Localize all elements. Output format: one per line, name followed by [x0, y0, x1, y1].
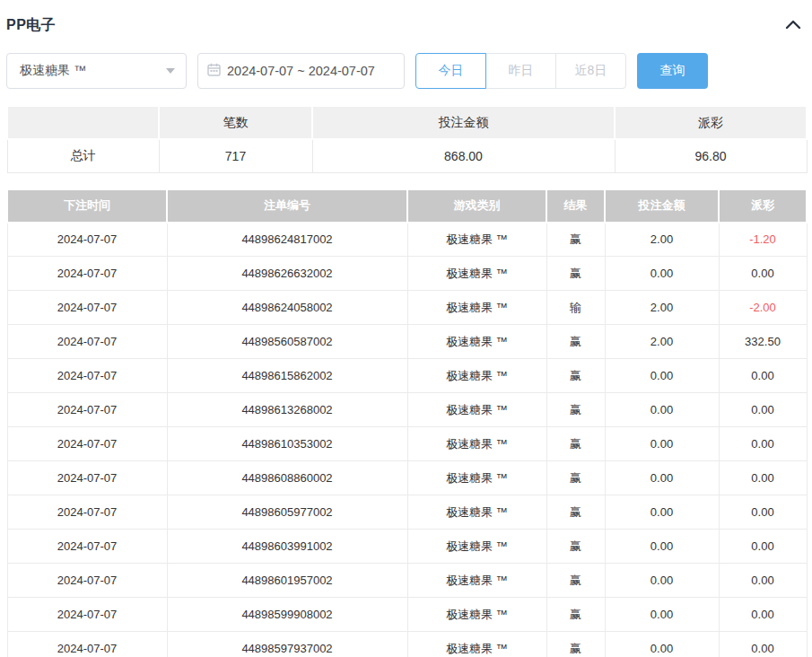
payout-cell: 0.00	[719, 393, 807, 427]
game-type-cell: 极速糖果 ™	[407, 530, 546, 564]
payout-cell: 0.00	[719, 257, 807, 291]
table-row: 2024-07-0744898601957002极速糖果 ™赢0.000.00	[7, 564, 807, 598]
bet-time-cell: 2024-07-07	[7, 427, 167, 461]
bet-amount-cell: 0.00	[605, 598, 719, 632]
bet-time-cell: 2024-07-07	[7, 359, 167, 393]
table-row: 2024-07-0744898603991002极速糖果 ™赢0.000.00	[7, 530, 807, 564]
calendar-icon	[207, 63, 221, 80]
table-row: 2024-07-0744898615862002极速糖果 ™赢0.000.00	[7, 359, 807, 393]
records-table: 下注时间 注单编号 游戏类别 结果 投注金额 派彩 2024-07-074489…	[6, 188, 808, 657]
records-header-bet-time: 下注时间	[7, 189, 167, 223]
bet-time-cell: 2024-07-07	[7, 223, 167, 257]
quick-range-yesterday[interactable]: 昨日	[485, 53, 556, 89]
search-button[interactable]: 查询	[637, 53, 708, 89]
records-header-bet-amount: 投注金额	[605, 189, 719, 223]
payout-cell: 0.00	[719, 359, 807, 393]
game-type-cell: 极速糖果 ™	[407, 223, 546, 257]
result-cell: 赢	[546, 393, 605, 427]
chevron-up-icon	[784, 18, 802, 33]
quick-range-today[interactable]: 今日	[415, 53, 486, 89]
summary-header-blank	[7, 106, 159, 139]
payout-cell: 0.00	[719, 530, 807, 564]
table-row: 2024-07-0744898560587002极速糖果 ™赢2.00332.5…	[7, 325, 807, 359]
order-no-cell: 44898599908002	[167, 598, 407, 632]
bet-time-cell: 2024-07-07	[7, 530, 167, 564]
bet-time-cell: 2024-07-07	[7, 495, 167, 530]
payout-cell: 0.00	[719, 598, 807, 632]
order-no-cell: 44898624817002	[167, 223, 407, 257]
date-range-value: 2024-07-07 ~ 2024-07-07	[227, 64, 375, 78]
game-type-cell: 极速糖果 ™	[407, 495, 546, 530]
game-select[interactable]: 极速糖果 ™	[6, 53, 187, 89]
payout-cell: 0.00	[719, 427, 807, 461]
summary-table: 笔数 投注金额 派彩 总计 717 868.00 96.80	[6, 105, 808, 173]
result-cell: 赢	[546, 530, 605, 564]
result-cell: 赢	[546, 257, 605, 291]
records-header-payout: 派彩	[719, 189, 807, 223]
table-row: 2024-07-0744898610353002极速糖果 ™赢0.000.00	[7, 427, 807, 461]
table-row: 2024-07-0744898624817002极速糖果 ™赢2.00-1.20	[7, 223, 807, 257]
payout-cell: 0.00	[719, 461, 807, 495]
bet-time-cell: 2024-07-07	[7, 632, 167, 657]
result-cell: 赢	[546, 325, 605, 359]
quick-range-last8days[interactable]: 近8日	[555, 53, 626, 89]
game-type-cell: 极速糖果 ™	[407, 564, 546, 598]
bet-amount-cell: 2.00	[605, 325, 719, 359]
collapse-button[interactable]	[781, 16, 806, 35]
summary-header-count: 笔数	[159, 106, 312, 139]
order-no-cell: 44898560587002	[167, 325, 407, 359]
bet-amount-cell: 0.00	[605, 359, 719, 393]
summary-total-bet-amount: 868.00	[312, 139, 615, 172]
order-no-cell: 44898603991002	[167, 530, 407, 564]
payout-cell: 0.00	[719, 632, 807, 657]
bet-time-cell: 2024-07-07	[7, 393, 167, 427]
game-type-cell: 极速糖果 ™	[407, 325, 546, 359]
date-range-input[interactable]: 2024-07-07 ~ 2024-07-07	[197, 53, 405, 89]
table-row: 2024-07-0744898626632002极速糖果 ™赢0.000.00	[7, 257, 807, 291]
result-cell: 赢	[546, 632, 605, 657]
game-select-value: 极速糖果 ™	[20, 63, 86, 79]
payout-cell: 0.00	[719, 564, 807, 598]
bet-time-cell: 2024-07-07	[7, 598, 167, 632]
bet-amount-cell: 2.00	[605, 223, 719, 257]
summary-total-row: 总计 717 868.00 96.80	[7, 139, 807, 172]
caret-down-icon	[166, 68, 175, 74]
payout-cell: 332.50	[719, 325, 807, 359]
summary-header-payout: 派彩	[615, 106, 807, 139]
summary-total-label: 总计	[7, 139, 159, 172]
order-no-cell: 44898615862002	[167, 359, 407, 393]
table-row: 2024-07-0744898624058002极速糖果 ™输2.00-2.00	[7, 291, 807, 325]
quick-range-group: 今日昨日近8日	[415, 53, 626, 89]
bet-time-cell: 2024-07-07	[7, 564, 167, 598]
records-header-order-no: 注单编号	[167, 189, 407, 223]
result-cell: 赢	[546, 564, 605, 598]
order-no-cell: 44898608860002	[167, 461, 407, 495]
records-body: 2024-07-0744898624817002极速糖果 ™赢2.00-1.20…	[7, 223, 807, 657]
result-cell: 赢	[546, 359, 605, 393]
summary-total-payout: 96.80	[615, 139, 807, 172]
pp-electronic-panel: PP电子 极速糖果 ™	[0, 0, 812, 657]
order-no-cell: 44898613268002	[167, 393, 407, 427]
bet-time-cell: 2024-07-07	[7, 257, 167, 291]
table-row: 2024-07-0744898597937002极速糖果 ™赢0.000.00	[7, 632, 807, 657]
order-no-cell: 44898601957002	[167, 564, 407, 598]
bet-time-cell: 2024-07-07	[7, 461, 167, 495]
result-cell: 赢	[546, 495, 605, 530]
game-type-cell: 极速糖果 ™	[407, 632, 546, 657]
records-header-game-type: 游戏类别	[407, 189, 546, 223]
result-cell: 赢	[546, 223, 605, 257]
bet-amount-cell: 0.00	[605, 461, 719, 495]
summary-total-count: 717	[159, 139, 312, 172]
bet-amount-cell: 0.00	[605, 257, 719, 291]
bet-amount-cell: 0.00	[605, 495, 719, 530]
order-no-cell: 44898610353002	[167, 427, 407, 461]
game-type-cell: 极速糖果 ™	[407, 257, 546, 291]
order-no-cell: 44898624058002	[167, 291, 407, 325]
game-type-cell: 极速糖果 ™	[407, 598, 546, 632]
bet-time-cell: 2024-07-07	[7, 291, 167, 325]
table-row: 2024-07-0744898613268002极速糖果 ™赢0.000.00	[7, 393, 807, 427]
bet-amount-cell: 0.00	[605, 427, 719, 461]
game-type-cell: 极速糖果 ™	[407, 291, 546, 325]
result-cell: 赢	[546, 427, 605, 461]
payout-cell: 0.00	[719, 495, 807, 530]
